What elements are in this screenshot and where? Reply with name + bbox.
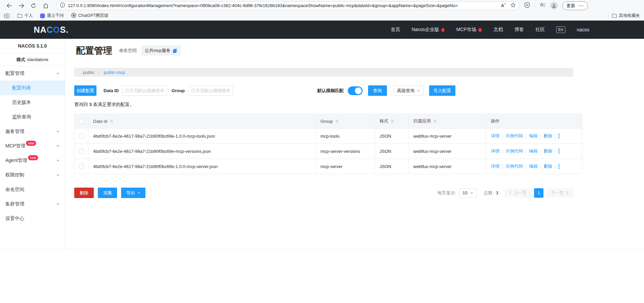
nav-home[interactable]: 首页 — [391, 27, 400, 33]
create-config-button[interactable]: 创建配置 — [74, 85, 96, 96]
sort-icon[interactable] — [391, 119, 394, 123]
back-icon — [6, 3, 12, 8]
prev-page-button[interactable]: 上一页 — [504, 188, 531, 198]
bookmarks-bar: 个人 通义千问 ChatGPT网页版 其他收藏夹 — [0, 11, 644, 21]
favorite-star-icon[interactable] — [510, 2, 516, 9]
more-menu-icon[interactable]: ··· — [579, 3, 584, 8]
nav-username[interactable]: nacos — [577, 27, 589, 32]
workspaces-icon[interactable] — [4, 13, 9, 18]
nacos-logo[interactable]: NACOS. — [34, 25, 68, 35]
forward-button[interactable] — [16, 1, 26, 10]
import-config-button[interactable]: 导入配置 — [429, 85, 455, 96]
bookmark-folder-personal[interactable]: 个人 — [17, 13, 33, 19]
more-actions-icon[interactable] — [558, 148, 560, 154]
sort-icon[interactable] — [335, 119, 339, 123]
group-input[interactable] — [188, 86, 233, 96]
sidebar-item-settings-center[interactable]: 设置中心 — [0, 211, 65, 226]
back-button[interactable] — [4, 1, 14, 10]
bookmark-chatgpt[interactable]: ChatGPT网页版 — [71, 13, 109, 19]
favorites-hub-icon[interactable] — [540, 2, 545, 9]
chevron-down-icon — [56, 129, 60, 134]
nav-docs[interactable]: 文档 — [494, 27, 503, 33]
browser-update-button[interactable]: 更新 ··· — [562, 1, 588, 10]
dataid-input[interactable] — [122, 86, 167, 96]
column-header-actions: 操作 — [491, 118, 500, 124]
action-delete[interactable]: 删除 — [543, 163, 552, 169]
site-info-icon[interactable] — [60, 2, 65, 9]
search-button[interactable]: 查询 — [368, 85, 387, 96]
chevron-down-icon — [56, 71, 60, 76]
forward-icon — [19, 3, 24, 8]
row-checkbox[interactable] — [79, 149, 84, 154]
action-delete[interactable]: 删除 — [543, 148, 552, 154]
action-edit[interactable]: 编辑 — [529, 148, 538, 154]
select-all-checkbox[interactable] — [79, 119, 84, 124]
more-actions-icon[interactable] — [558, 164, 560, 169]
fuzzy-match-toggle[interactable] — [348, 86, 363, 95]
bookmark-qianwen[interactable]: 通义千问 — [40, 13, 64, 19]
nav-blog[interactable]: 博客 — [514, 27, 524, 33]
action-details[interactable]: 详情 — [491, 148, 500, 154]
copy-icon[interactable] — [173, 48, 177, 53]
sidebar-item-listener-query[interactable]: 监听查询 — [0, 110, 65, 124]
column-header-format[interactable]: 格式 — [380, 118, 388, 124]
column-header-app[interactable]: 归属应用 — [413, 118, 431, 124]
url-text[interactable]: 127.0.0.1:8080/index.html#/configuration… — [68, 3, 458, 8]
nav-community[interactable]: 社区 — [535, 27, 545, 33]
profile-avatar[interactable] — [550, 2, 558, 9]
column-header-group[interactable]: Group — [320, 119, 333, 124]
chevron-down-icon — [470, 191, 473, 195]
flame-icon — [478, 27, 482, 32]
cell-data-id: 4bd0fcb7-6e2e-4617-98a7-21b90f0bc69e-mcp… — [88, 144, 315, 159]
export-button[interactable]: 导出 — [121, 188, 145, 198]
tab-public[interactable]: public — [83, 70, 94, 75]
sidebar-group-agent-management[interactable]: Agent管理 new — [0, 153, 65, 168]
table-header-row: Data Id Group 格式 归属应用 操作 — [75, 114, 582, 128]
home-button[interactable] — [40, 1, 51, 10]
read-aloud-icon[interactable]: A” — [501, 3, 506, 8]
chevron-down-icon — [56, 201, 60, 207]
sidebar-item-history-versions[interactable]: 历史版本 — [0, 95, 65, 110]
namespace-chip[interactable]: 公共mcp服务 — [141, 46, 181, 56]
result-count: 3 — [89, 102, 92, 107]
action-details[interactable]: 详情 — [491, 133, 500, 139]
action-delete[interactable]: 删除 — [543, 133, 552, 139]
other-favorites[interactable]: 其他收藏夹 — [612, 13, 640, 19]
browser-essentials-icon[interactable] — [524, 2, 530, 9]
action-sample-code[interactable]: 示例代码 — [505, 148, 523, 154]
bookmarks-right-separator — [608, 13, 609, 19]
cell-group: mcp-tools — [315, 129, 374, 143]
row-checkbox[interactable] — [79, 134, 84, 139]
nav-enterprise[interactable]: Nacos企业版 — [412, 27, 445, 33]
nav-mcp-market[interactable]: MCP市场 — [456, 27, 482, 33]
current-page-button[interactable]: 1 — [534, 188, 543, 198]
namespace-chip-label: 公共mcp服务 — [145, 48, 171, 54]
url-bar[interactable]: 127.0.0.1:8080/index.html#/configuration… — [56, 1, 520, 10]
advanced-search-button[interactable]: 高级查询 — [394, 85, 423, 96]
sidebar-item-namespace[interactable]: 命名空间 — [0, 182, 65, 197]
refresh-button[interactable] — [28, 1, 38, 10]
next-page-button[interactable]: 下一页 — [546, 188, 573, 198]
sidebar-item-config-list[interactable]: 配置列表 — [0, 81, 65, 95]
page-size-select[interactable]: 10 — [459, 188, 477, 198]
sort-icon[interactable] — [110, 119, 113, 123]
action-edit[interactable]: 编辑 — [529, 163, 538, 169]
language-toggle[interactable]: En — [556, 26, 565, 33]
action-details[interactable]: 详情 — [491, 163, 500, 169]
clone-button[interactable]: 克隆 — [98, 188, 117, 198]
sidebar-group-cluster-management[interactable]: 集群管理 — [0, 197, 65, 211]
more-actions-icon[interactable] — [558, 133, 560, 139]
row-checkbox[interactable] — [79, 164, 84, 169]
tab-public-mcp[interactable]: public-mcp — [104, 70, 125, 75]
action-sample-code[interactable]: 示例代码 — [505, 163, 523, 169]
action-edit[interactable]: 编辑 — [529, 133, 538, 139]
dataid-label: Data ID — [104, 88, 119, 93]
sidebar-group-mcp-management[interactable]: MCP管理 new — [0, 139, 65, 153]
sidebar-group-service-management[interactable]: 服务管理 — [0, 124, 65, 139]
column-header-dataid[interactable]: Data Id — [93, 119, 107, 124]
sidebar-group-config-management[interactable]: 配置管理 — [0, 66, 65, 81]
batch-delete-button[interactable]: 删除 — [74, 188, 94, 198]
sort-icon[interactable] — [433, 119, 437, 123]
action-sample-code[interactable]: 示例代码 — [505, 133, 523, 139]
sidebar-group-permission-control[interactable]: 权限控制 — [0, 168, 65, 182]
